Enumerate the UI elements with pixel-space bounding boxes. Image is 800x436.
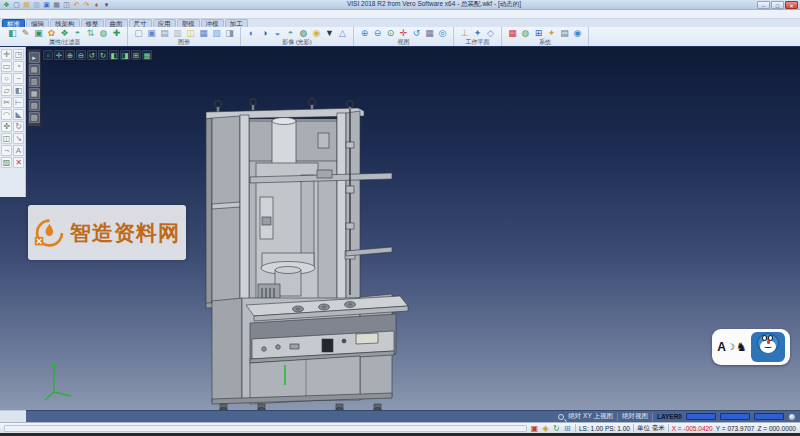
close-button[interactable]: ✕ — [785, 1, 798, 9]
toolbar-tab[interactable]: 加工 — [225, 19, 248, 27]
undo-icon[interactable]: ↶ — [72, 1, 81, 9]
delete-icon[interactable]: ✕ — [13, 157, 24, 168]
snap-mode-label[interactable]: 绝对 XY 上视图 — [568, 412, 613, 421]
snap-mid-icon[interactable]: ⊕ — [65, 50, 75, 60]
ortho-indicator-icon[interactable]: ◈ — [541, 424, 550, 433]
view-preset-button-2[interactable] — [720, 413, 750, 420]
curve-icon[interactable]: ~ — [13, 73, 24, 84]
desktop-widget[interactable]: A ☽ ♞ — [712, 329, 790, 365]
texture-view-icon[interactable]: ▧ — [211, 28, 222, 39]
point-icon[interactable]: ◳ — [13, 49, 24, 60]
dock-toggle-icon[interactable]: ▸ — [29, 52, 40, 63]
snap-vertex-icon[interactable]: ▦ — [142, 50, 152, 60]
attributes-icon[interactable]: ◧ — [7, 28, 18, 39]
system-grid-icon[interactable]: ▦ — [507, 28, 518, 39]
pan-icon[interactable]: ✛ — [398, 28, 409, 39]
toolbar-tab[interactable]: 塑模 — [177, 19, 200, 27]
workplane-new-icon[interactable]: ✦ — [472, 28, 483, 39]
mirror-icon[interactable]: ◫ — [1, 133, 12, 144]
shadow-icon[interactable]: ◑ — [259, 28, 270, 39]
layers-panel-icon[interactable]: ▥ — [29, 76, 40, 87]
filter-flower-icon[interactable]: ✿ — [46, 28, 57, 39]
layers-icon[interactable]: ▤ — [559, 28, 570, 39]
text-icon[interactable]: A — [13, 145, 24, 156]
snap-center-icon[interactable]: ⊖ — [76, 50, 86, 60]
swap-filter-icon[interactable]: ⇅ — [85, 28, 96, 39]
stamp-icon[interactable]: ♦ — [92, 1, 101, 9]
toolbar-tab[interactable]: 曲面 — [105, 19, 128, 27]
history-panel-icon[interactable]: ▦ — [29, 88, 40, 99]
select-icon[interactable]: ✛ — [1, 49, 12, 60]
reflection-icon[interactable]: ◓ — [285, 28, 296, 39]
settings-icon[interactable]: ◍ — [520, 28, 531, 39]
solid-icon[interactable]: ◧ — [13, 85, 24, 96]
view-grid-icon[interactable]: ▦ — [424, 28, 435, 39]
snap-intersect-icon[interactable]: ↻ — [98, 50, 108, 60]
environment-icon[interactable]: △ — [337, 28, 348, 39]
measure-icon[interactable]: ¬ — [1, 145, 12, 156]
surface-icon[interactable]: ▱ — [1, 85, 12, 96]
command-input[interactable] — [4, 425, 527, 432]
assembly-panel-icon[interactable]: ▧ — [29, 100, 40, 111]
toolbar-tab[interactable]: 编辑 — [26, 19, 49, 27]
line-icon[interactable]: ▭ — [1, 61, 12, 72]
import-file-icon[interactable]: ▥ — [32, 1, 41, 9]
toolbar-tab[interactable]: 线架构 — [50, 19, 80, 27]
add-filter-icon[interactable]: ✚ — [111, 28, 122, 39]
shading-icon[interactable]: ◐ — [246, 28, 257, 39]
iso-view-icon[interactable]: ◎ — [437, 28, 448, 39]
mask-filter-icon[interactable]: ◓ — [72, 28, 83, 39]
settings-panel-icon[interactable]: ▨ — [29, 112, 40, 123]
rotate-view-icon[interactable]: ↺ — [411, 28, 422, 39]
move-icon[interactable]: ✜ — [1, 121, 12, 132]
view-mode-label[interactable]: 绝对视图 — [622, 412, 648, 421]
visibility-filter-icon[interactable]: ◍ — [98, 28, 109, 39]
zoom-fit-icon[interactable]: ⊙ — [385, 28, 396, 39]
shaded-view-icon[interactable]: ▣ — [146, 28, 157, 39]
color-swatch-icon[interactable]: ▣ — [33, 28, 44, 39]
maximize-button[interactable]: □ — [771, 1, 784, 9]
layer-filter-icon[interactable]: ❖ — [59, 28, 70, 39]
circle-icon[interactable]: ○ — [1, 73, 12, 84]
snap-grid-icon[interactable]: ◧ — [109, 50, 119, 60]
toolbar-options-icon[interactable]: ▾ — [102, 1, 111, 9]
snap-end-icon[interactable]: ✛ — [54, 50, 64, 60]
workplane-icon[interactable]: ⊥ — [459, 28, 470, 39]
minimize-button[interactable]: – — [757, 1, 770, 9]
zoom-out-icon[interactable]: ⊖ — [372, 28, 383, 39]
scale-icon[interactable]: ↘ — [13, 133, 24, 144]
visi-logo-icon[interactable]: ❖ — [2, 1, 11, 9]
workplane-align-icon[interactable]: ◇ — [485, 28, 496, 39]
grid-indicator-icon[interactable]: ⊞ — [563, 424, 572, 433]
ambient-icon[interactable]: ◒ — [272, 28, 283, 39]
database-icon[interactable]: ⊞ — [533, 28, 544, 39]
snap-face-icon[interactable]: ◨ — [120, 50, 130, 60]
save-as-icon[interactable]: ▦ — [52, 1, 61, 9]
toolbar-tab[interactable]: 应用 — [153, 19, 176, 27]
print-icon[interactable]: ◫ — [62, 1, 71, 9]
toolbar-tab[interactable]: 标准 — [2, 19, 25, 27]
snap-quad-icon[interactable]: ↺ — [87, 50, 97, 60]
chamfer-icon[interactable]: ◣ — [13, 109, 24, 120]
background-icon[interactable]: ▼ — [324, 28, 335, 39]
refresh-indicator-icon[interactable]: ↻ — [552, 424, 561, 433]
trim-icon[interactable]: ✂ — [1, 97, 12, 108]
fillet-icon[interactable]: ◠ — [1, 109, 12, 120]
wireframe-panel-icon[interactable]: ▤ — [29, 64, 40, 75]
zoom-in-icon[interactable]: ⊕ — [359, 28, 370, 39]
view-preset-button-1[interactable] — [686, 413, 716, 420]
plugins-icon[interactable]: ✦ — [546, 28, 557, 39]
redo-icon[interactable]: ↷ — [82, 1, 91, 9]
hidden-line-icon[interactable]: ▤ — [159, 28, 170, 39]
light-icon[interactable]: ◉ — [311, 28, 322, 39]
edit-attributes-icon[interactable]: ✎ — [20, 28, 31, 39]
open-file-icon[interactable]: ▤ — [22, 1, 31, 9]
hatch-icon[interactable]: ▨ — [1, 157, 12, 168]
new-file-icon[interactable]: ▢ — [12, 1, 21, 9]
snap-indicator-icon[interactable]: ▣ — [530, 424, 539, 433]
toolbar-tab[interactable]: 尺寸 — [129, 19, 152, 27]
wireframe-view-icon[interactable]: ▢ — [133, 28, 144, 39]
save-icon[interactable]: ▣ — [42, 1, 51, 9]
arc-icon[interactable]: ◔ — [13, 61, 24, 72]
render-view-icon[interactable]: ▦ — [198, 28, 209, 39]
